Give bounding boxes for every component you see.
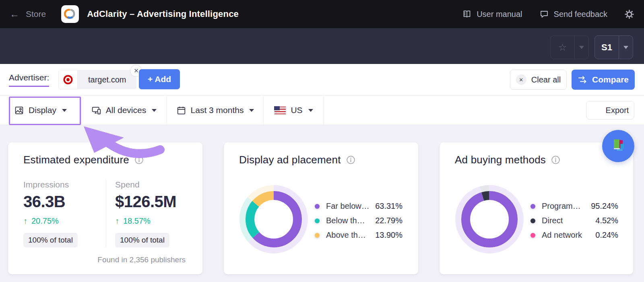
- workspace-button[interactable]: S1: [595, 36, 619, 59]
- card-title: Ad buying methods: [455, 154, 546, 166]
- favorite-button[interactable]: ☆: [551, 36, 574, 59]
- filter-date-range[interactable]: Last 3 months: [167, 96, 264, 125]
- filter-country[interactable]: US: [264, 96, 324, 125]
- chevron-down-icon: [249, 109, 254, 112]
- legend-value: 63.31%: [372, 202, 402, 211]
- up-arrow-icon: ↑: [115, 216, 119, 226]
- top-bar: ← Store AdClarity – Advertising Intellig…: [0, 0, 644, 28]
- date-range-value: Last 3 months: [191, 105, 244, 115]
- legend-item: Program…95.24%: [530, 202, 618, 211]
- chat-bubble-icon: [539, 9, 549, 19]
- compare-arrows-icon: [578, 75, 587, 84]
- clear-all-label: Clear all: [531, 75, 561, 84]
- advertiser-label[interactable]: Advertiser:: [9, 73, 49, 87]
- filter-devices[interactable]: All devices: [81, 96, 167, 125]
- publishers-footnote: Found in 2,356 publishers: [97, 255, 186, 264]
- settings-button[interactable]: [624, 9, 634, 19]
- adclarity-page: ← Store AdClarity – Advertising Intellig…: [0, 0, 644, 282]
- adclarity-logo: [61, 5, 79, 23]
- impressions-value: 36.3B: [23, 193, 106, 211]
- target-logo: [58, 70, 78, 89]
- devices-icon: [91, 105, 101, 115]
- back-to-store-link[interactable]: ← Store: [10, 9, 46, 19]
- legend-label: Above th…: [326, 231, 372, 240]
- chevron-down-icon: [308, 109, 313, 112]
- download-icon: [592, 106, 601, 115]
- chevron-down-icon: [62, 109, 67, 112]
- filter-ad-type[interactable]: Display: [0, 96, 81, 125]
- legend-label: Program…: [542, 202, 588, 211]
- legend-item: Ad network0.24%: [530, 231, 618, 240]
- legend-value: 4.52%: [588, 216, 618, 225]
- legend-value: 13.90%: [372, 231, 402, 240]
- legend-dot-icon: [315, 218, 320, 223]
- books-icon: [609, 137, 627, 155]
- legend-value: 22.79%: [372, 216, 402, 225]
- clear-circle-x-icon: ✕: [516, 74, 526, 85]
- legend-item: Below th…22.79%: [315, 216, 402, 225]
- add-advertiser-button[interactable]: + Add: [139, 69, 180, 89]
- filter-bar: Display All devices Last 3 months US: [0, 96, 644, 125]
- star-icon: ☆: [558, 42, 567, 53]
- favorite-dropdown[interactable]: [574, 36, 588, 59]
- export-label: Export: [606, 106, 629, 115]
- up-arrow-icon: ↑: [23, 216, 27, 226]
- reports-library-button[interactable]: [602, 130, 634, 162]
- legend-value: 95.24%: [588, 202, 618, 211]
- us-flag-icon: [274, 106, 286, 115]
- user-manual-button[interactable]: User manual: [462, 9, 522, 19]
- advertiser-chip[interactable]: target.com ✕: [58, 70, 136, 89]
- workspace-bar: ☆ S1: [0, 28, 644, 64]
- workspace-dropdown[interactable]: [619, 36, 633, 59]
- clear-all-button[interactable]: ✕ Clear all: [510, 70, 567, 90]
- user-manual-label: User manual: [477, 10, 522, 19]
- compare-label: Compare: [592, 75, 629, 84]
- close-icon: ✕: [134, 67, 139, 74]
- favorite-split-button: ☆: [550, 35, 589, 59]
- spend-change: 18.57%: [123, 216, 151, 226]
- legend-label: Direct: [542, 216, 588, 225]
- ad-buying-methods-card: Ad buying methods Program…95.24%Direct4.…: [440, 142, 633, 274]
- devices-value: All devices: [106, 105, 146, 115]
- back-arrow-icon: ←: [10, 9, 19, 19]
- legend-item: Above th…13.90%: [315, 231, 402, 240]
- advertiser-chip-label: target.com: [78, 70, 136, 89]
- legend-label: Below th…: [326, 216, 372, 225]
- placement-legend: Far below…63.31%Below th…22.79%Above th……: [315, 202, 402, 240]
- legend-dot-icon: [530, 218, 535, 223]
- compare-button[interactable]: Compare: [572, 70, 635, 90]
- legend-item: Direct4.52%: [530, 216, 618, 225]
- advertiser-bar: Advertiser: target.com ✕ + Add ✕ Clear a…: [0, 64, 644, 96]
- card-title: Display ad placement: [239, 154, 341, 166]
- workspace-split-button: S1: [594, 35, 633, 59]
- target-bullseye-icon: [61, 73, 75, 86]
- impressions-label: Impressions: [23, 180, 106, 189]
- chevron-down-icon: [152, 109, 157, 112]
- spend-label: Spend: [115, 180, 176, 189]
- workspace-label: S1: [601, 42, 612, 53]
- country-value: US: [291, 105, 302, 115]
- chevron-down-icon: [579, 46, 584, 49]
- buying-methods-donut-chart: [455, 185, 524, 253]
- placement-donut-chart: [239, 185, 308, 253]
- info-icon[interactable]: [134, 155, 144, 165]
- estimated-expenditure-card: Estimated expenditure Impressions 36.3B …: [8, 142, 202, 274]
- display-ad-placement-card: Display ad placement Far below…63.31%Bel…: [224, 142, 418, 274]
- legend-item: Far below…63.31%: [315, 202, 402, 211]
- page-title: AdClarity – Advertising Intelligence: [87, 9, 239, 19]
- legend-dot-icon: [315, 233, 320, 238]
- add-button-label: + Add: [148, 74, 171, 84]
- legend-dot-icon: [315, 204, 320, 209]
- export-button[interactable]: Export: [586, 101, 634, 119]
- send-feedback-label: Send feedback: [554, 10, 607, 19]
- send-feedback-button[interactable]: Send feedback: [539, 9, 607, 19]
- buying-methods-legend: Program…95.24%Direct4.52%Ad network0.24%: [530, 202, 618, 240]
- info-icon[interactable]: [551, 155, 560, 165]
- gear-icon: [624, 9, 634, 19]
- spend-total-badge: 100% of total: [115, 233, 169, 247]
- card-title: Estimated expenditure: [23, 154, 129, 166]
- chevron-down-icon: [623, 46, 628, 49]
- spend-value: $126.5M: [115, 193, 176, 211]
- adclarity-logo-icon: [63, 7, 77, 21]
- info-icon[interactable]: [346, 155, 355, 165]
